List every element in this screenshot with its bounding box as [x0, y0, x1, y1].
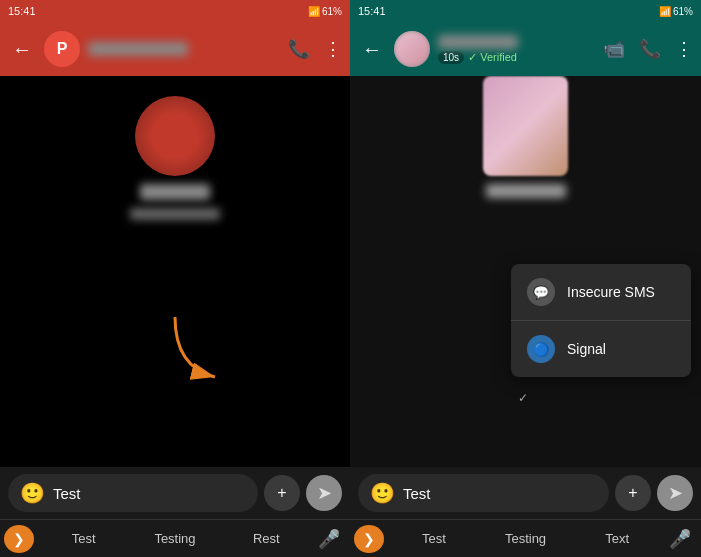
right-verified-text: ✓ Verified	[468, 51, 517, 64]
left-avatar-blob	[135, 96, 215, 176]
right-emoji-icon[interactable]: 🙂	[370, 481, 395, 505]
left-chat-area	[0, 76, 350, 467]
right-avatar-blob	[483, 76, 568, 176]
right-contact-name	[438, 35, 518, 49]
left-contact-info	[88, 42, 280, 56]
right-more-icon[interactable]: ⋮	[675, 38, 693, 60]
left-status-bar: 15:41 📶 61%	[0, 0, 350, 22]
sms-icon: 💬	[527, 278, 555, 306]
left-send-button[interactable]: ➤	[306, 475, 342, 511]
right-time: 15:41	[358, 5, 386, 17]
left-contact-name	[88, 42, 188, 56]
right-header-icons: 📹 📞 ⋮	[603, 38, 693, 60]
left-expand-button[interactable]: ❯	[4, 525, 34, 553]
right-suggestion-bar: ❯ Test Testing Text 🎤	[350, 519, 701, 557]
right-profile-image	[476, 76, 576, 236]
left-battery: 61%	[322, 6, 342, 17]
right-panel: 15:41 📶 61% ← 10s ✓ Verified 📹 📞 ⋮	[350, 0, 701, 557]
right-header: ← 10s ✓ Verified 📹 📞 ⋮	[350, 22, 701, 76]
right-suggestion-2[interactable]: Text	[571, 527, 663, 550]
dropdown-sms-label: Insecure SMS	[567, 284, 655, 300]
right-video-icon[interactable]: 📹	[603, 38, 625, 60]
signal-icon: 🔵	[527, 335, 555, 363]
right-battery: 61%	[673, 6, 693, 17]
left-header: ← P 📞 ⋮	[0, 22, 350, 76]
right-verified-row: 10s ✓ Verified	[438, 51, 595, 64]
right-suggestion-1[interactable]: Testing	[480, 527, 572, 550]
right-expand-button[interactable]: ❯	[354, 525, 384, 553]
dropdown-item-signal[interactable]: 🔵 Signal	[511, 321, 691, 377]
check-icon: ✓	[518, 391, 528, 405]
left-input-text[interactable]: Test	[53, 485, 246, 502]
left-add-button[interactable]: +	[264, 475, 300, 511]
left-suggestion-0[interactable]: Test	[38, 527, 129, 550]
left-profile-image	[125, 96, 225, 256]
left-send-icon: ➤	[317, 482, 332, 504]
left-time: 15:41	[8, 5, 36, 17]
right-input-field[interactable]: 🙂 Test	[358, 474, 609, 512]
left-panel: 15:41 📶 61% ← P 📞 ⋮	[0, 0, 350, 557]
left-more-icon[interactable]: ⋮	[324, 38, 342, 60]
right-chat-area: ✓ 💬 Insecure SMS 🔵 Signal	[350, 76, 701, 467]
left-profile-name	[140, 184, 210, 200]
dropdown-item-sms[interactable]: 💬 Insecure SMS	[511, 264, 691, 321]
left-profile-sub	[130, 208, 220, 220]
right-input-bar: 🙂 Test + ➤	[350, 467, 701, 519]
left-status-icons: 📶 61%	[308, 6, 342, 17]
left-suggestion-bar: ❯ Test Testing Rest 🎤	[0, 519, 350, 557]
left-suggestion-2[interactable]: Rest	[221, 527, 312, 550]
left-input-field[interactable]: 🙂 Test	[8, 474, 258, 512]
right-profile-name	[486, 184, 566, 198]
right-add-button[interactable]: +	[615, 475, 651, 511]
left-input-bar: 🙂 Test + ➤	[0, 467, 350, 519]
right-back-button[interactable]: ←	[358, 34, 386, 65]
right-dropdown-menu: 💬 Insecure SMS 🔵 Signal	[511, 264, 691, 377]
right-input-text[interactable]: Test	[403, 485, 597, 502]
right-timer-badge: 10s	[438, 51, 464, 64]
left-mic-button[interactable]: 🎤	[312, 524, 346, 554]
right-mic-button[interactable]: 🎤	[663, 524, 697, 554]
left-suggestion-1[interactable]: Testing	[129, 527, 220, 550]
left-header-icons: 📞 ⋮	[288, 38, 342, 60]
right-send-icon: ➤	[668, 482, 683, 504]
left-emoji-icon[interactable]: 🙂	[20, 481, 45, 505]
right-contact-info: 10s ✓ Verified	[438, 35, 595, 64]
right-status-bar: 15:41 📶 61%	[350, 0, 701, 22]
right-phone-icon[interactable]: 📞	[639, 38, 661, 60]
right-avatar	[394, 31, 430, 67]
right-status-icons: 📶 61%	[659, 6, 693, 17]
left-back-button[interactable]: ←	[8, 34, 36, 65]
left-phone-icon[interactable]: 📞	[288, 38, 310, 60]
left-expand-icon: ❯	[13, 531, 25, 547]
right-suggestion-0[interactable]: Test	[388, 527, 480, 550]
right-send-button[interactable]: ➤	[657, 475, 693, 511]
dropdown-signal-label: Signal	[567, 341, 606, 357]
arrow-indicator	[155, 307, 235, 387]
right-expand-icon: ❯	[363, 531, 375, 547]
left-avatar: P	[44, 31, 80, 67]
right-safety-message: ✓	[368, 390, 684, 407]
